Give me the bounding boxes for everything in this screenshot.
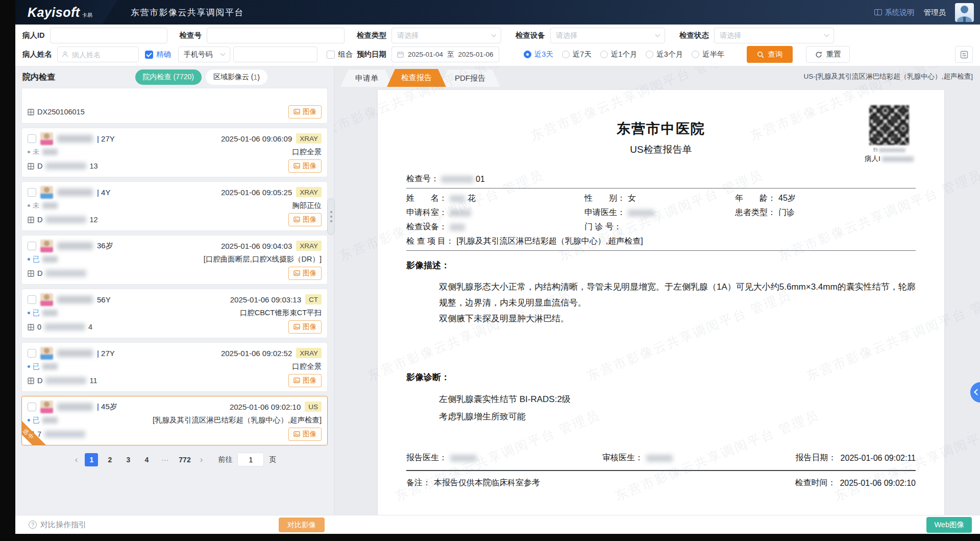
quick-range-option[interactable]: 近7天 — [562, 50, 592, 59]
qr-hint-redacted — [879, 148, 905, 152]
avatar-tie — [963, 17, 966, 22]
tab-request-form[interactable]: 申请单 — [340, 69, 393, 87]
status-select[interactable]: 请选择 — [714, 28, 834, 43]
exam-checkbox[interactable] — [28, 295, 36, 304]
image-icon — [293, 109, 300, 115]
exam-datetime: 2025-01-06 09:06:09 — [221, 134, 292, 143]
image-button[interactable]: 图像 — [288, 213, 322, 226]
report-doctor-redacted — [450, 455, 477, 462]
name-redacted — [450, 195, 465, 202]
image-icon — [293, 378, 300, 384]
compare-images-button[interactable]: 对比影像 — [279, 518, 325, 532]
exam-checkbox[interactable] — [28, 403, 36, 411]
device-select[interactable]: 请选择 — [550, 28, 665, 43]
status-label: 检查状态 — [679, 31, 709, 40]
web-image-button[interactable]: Web图像 — [926, 517, 972, 533]
page-button[interactable]: 1 — [85, 453, 98, 466]
date-range-picker[interactable]: 2025-01-04 至 2025-01-06 — [391, 46, 499, 62]
exam-no-input[interactable] — [207, 28, 345, 43]
read-status: 已 — [28, 255, 58, 264]
phone-input[interactable] — [233, 46, 317, 62]
image-button[interactable]: 图像 — [288, 320, 322, 334]
image-button[interactable]: 图像 — [288, 159, 322, 173]
phone-field-select[interactable]: 手机号码 — [178, 46, 230, 62]
system-help-link[interactable]: 系统说明 — [874, 8, 915, 17]
logo-cn: 卡易 — [82, 12, 92, 19]
exam-list-item[interactable]: 36岁 2025-01-06 09:04:03 XRAY 已 [口腔曲面断层,口… — [21, 235, 328, 285]
tab-exam-report[interactable]: 检查报告 — [387, 69, 446, 87]
page-button[interactable]: 772 — [177, 453, 192, 466]
quick-range-group: 近3天近7天近1个月近3个月近半年 — [524, 50, 725, 59]
exact-checkbox[interactable] — [145, 51, 153, 59]
chevron-down-icon — [655, 32, 660, 37]
qr-block: 扫 病人I — [865, 105, 914, 163]
review-doctor-redacted — [646, 455, 673, 462]
quick-range-option[interactable]: 近3天 — [524, 50, 553, 59]
quick-range-label: 近3天 — [534, 50, 553, 59]
exam-type-select[interactable]: 请选择 — [391, 28, 501, 43]
prev-page-button[interactable]: ‹ — [73, 455, 80, 465]
image-button[interactable]: 图像 — [288, 105, 322, 119]
diagnosis-title: 影像诊断： — [406, 371, 916, 383]
username-label[interactable]: 管理员 — [924, 8, 946, 17]
quick-range-option[interactable]: 近半年 — [692, 50, 725, 59]
status-redacted — [42, 256, 58, 263]
exact-label: 精确 — [156, 50, 171, 59]
device-label: 检查设备 — [516, 31, 545, 40]
read-status: 已 — [28, 416, 58, 425]
goto-label: 前往 — [218, 455, 232, 464]
exam-checkbox[interactable] — [28, 134, 36, 143]
exam-checkbox[interactable] — [28, 188, 36, 197]
image-button[interactable]: 图像 — [288, 267, 322, 280]
exam-list-item[interactable]: | 45岁 2025-01-06 09:02:10 US 已 [乳腺及其引流区淋… — [21, 396, 328, 445]
patient-name-input[interactable] — [57, 46, 139, 62]
grid-icon — [28, 431, 34, 438]
report-description-line: 双侧乳腺形态大小正常，内结构清晰，导管未见明显增宽。于左侧乳腺（1A）可见大小约… — [439, 279, 916, 311]
report-description-line: 双侧腋下未探及明显肿大淋巴结。 — [439, 311, 916, 326]
qr-hint-prefix: 扫 — [873, 147, 878, 153]
search-button[interactable]: 查询 — [747, 46, 793, 63]
patient-age: 56Y — [97, 295, 111, 304]
quick-range-option[interactable]: 近1个月 — [600, 50, 638, 59]
image-button[interactable]: 图像 — [288, 428, 322, 441]
logo: Kayisoft✦卡易 — [15, 0, 117, 25]
quick-range-label: 近7天 — [573, 50, 592, 59]
tab-hospital-exams[interactable]: 院内检查 (7720) — [135, 69, 202, 85]
compare-guide-link[interactable]: 对比操作指引 — [29, 520, 86, 530]
page-button[interactable]: 3 — [121, 453, 135, 466]
next-page-button[interactable]: › — [198, 455, 205, 465]
combine-checkbox[interactable] — [327, 51, 335, 59]
exam-list-item[interactable]: 56Y 2025-01-06 09:03:13 CT 已 口腔CBCT锥形束CT… — [21, 289, 328, 338]
exam-id: 04 — [28, 323, 92, 331]
exam-list-item[interactable]: | 27Y 2025-01-06 09:06:09 XRAY 未 口腔全景 D1… — [21, 128, 328, 177]
patient-id-input[interactable] — [50, 28, 167, 43]
panel-resize-handle[interactable] — [327, 198, 335, 235]
exam-datetime: 2025-01-06 09:04:03 — [221, 242, 292, 250]
reset-button[interactable]: 重置 — [806, 46, 850, 63]
patient-name-redacted — [57, 403, 93, 411]
avatar[interactable] — [955, 3, 974, 22]
status-dot-icon — [28, 151, 30, 153]
exam-list-item-partial[interactable]: DX250106015 图像 — [21, 88, 328, 124]
exam-datetime: 2025-01-06 09:02:10 — [230, 403, 301, 411]
tab-pdf-report[interactable]: PDF报告 — [440, 69, 500, 87]
quick-range-option[interactable]: 近3个月 — [646, 50, 683, 59]
exam-checkbox[interactable] — [28, 349, 36, 358]
exam-checkbox[interactable] — [28, 242, 36, 250]
layout-toggle-button[interactable] — [955, 46, 973, 63]
image-button[interactable]: 图像 — [288, 374, 322, 387]
page-button[interactable]: 4 — [140, 453, 153, 466]
exam-list-item[interactable]: | 27Y 2025-01-06 09:02:52 XRAY 已 口腔全景 D1… — [21, 342, 328, 392]
tab-regional-cloud[interactable]: 区域影像云 (1) — [206, 69, 267, 85]
calendar-icon — [397, 51, 404, 58]
modality-badge: XRAY — [296, 187, 322, 197]
page-button[interactable]: 2 — [103, 453, 116, 466]
exam-no-label: 检查号 — [180, 31, 202, 40]
goto-page-input[interactable] — [237, 453, 264, 466]
exam-list-item[interactable]: | 4Y 2025-01-06 09:05:25 XRAY 未 胸部正位 D12… — [21, 181, 328, 231]
exam-item-value: [乳腺及其引流区淋巴结彩超（乳腺中心）,超声检查] — [456, 236, 643, 247]
exam-description: 胸部正位 — [292, 201, 322, 210]
exam-id-redacted — [45, 377, 86, 384]
image-icon — [293, 217, 300, 223]
patient-age: | 45岁 — [97, 402, 117, 412]
